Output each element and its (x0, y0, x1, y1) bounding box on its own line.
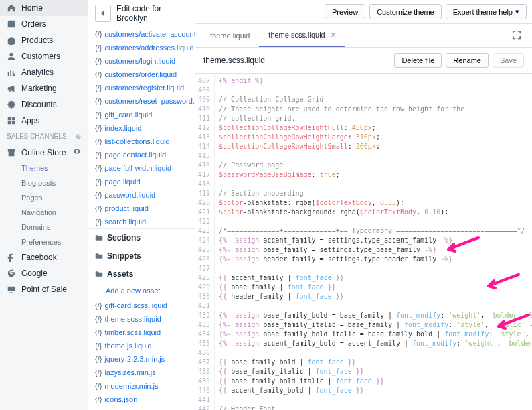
nav-label: Google (21, 269, 48, 278)
nav-label: Analytics (21, 68, 54, 77)
preview-button[interactable]: Preview (325, 4, 365, 19)
home-icon (7, 3, 16, 13)
nav-sub-preferences[interactable]: Preferences (0, 234, 88, 249)
eye-icon[interactable] (73, 147, 81, 157)
file-tree-panel: Edit code for Brooklyn {/} customers/act… (88, 0, 195, 410)
nav-apps[interactable]: Apps (0, 113, 88, 129)
folder-icon (95, 270, 103, 278)
file-item[interactable]: {/} gift-card.scss.liquid (88, 299, 195, 312)
google-icon (7, 269, 16, 278)
pos-icon (7, 285, 16, 294)
file-item[interactable]: {/} ico-select.svg.liquid (88, 406, 195, 410)
nav-marketing[interactable]: Marketing (0, 80, 88, 96)
folder-icon (95, 234, 103, 242)
file-item[interactable]: {/} timber.scss.liquid (88, 326, 195, 339)
nav-products[interactable]: Products (0, 32, 88, 48)
tab-theme-scss[interactable]: theme.scss.liquid × (259, 24, 345, 47)
nav-label: Home (21, 3, 43, 13)
file-item[interactable]: {/} lazysizes.min.js (88, 366, 195, 379)
rename-button[interactable]: Rename (446, 53, 489, 68)
file-item[interactable]: {/} theme.js.liquid (88, 339, 195, 352)
file-item[interactable]: {/} password.liquid (88, 188, 195, 202)
current-filename: theme.scss.liquid (203, 56, 265, 65)
file-item[interactable]: {/} jquery-2.2.3.min.js (88, 352, 195, 366)
sections-folder[interactable]: Sections (88, 228, 195, 247)
line-gutter: 407 408 409 410 411 412 413 414 415 416 … (195, 74, 215, 410)
snippets-folder[interactable]: Snippets (88, 247, 195, 265)
file-item[interactable]: {/} list-collections.liquid (88, 135, 195, 148)
file-item[interactable]: {/} icons.json (88, 393, 195, 406)
add-asset-link[interactable]: Add a new asset (88, 283, 195, 299)
nav-label: Apps (21, 116, 39, 125)
file-item[interactable]: {/} gift_card.liquid (88, 108, 195, 121)
nav-label: Marketing (21, 84, 57, 93)
nav-point-of-sale[interactable]: Point of Sale (0, 281, 88, 297)
products-icon (7, 36, 16, 45)
expert-help-button[interactable]: Expert theme help ▾ (446, 4, 527, 19)
edit-code-title: Edit code for Brooklyn (116, 4, 188, 23)
svg-point-0 (9, 53, 13, 56)
file-item[interactable]: {/} customers/activate_account.li (88, 27, 195, 41)
nav-discounts[interactable]: Discounts (0, 96, 88, 113)
nav-google[interactable]: Google (0, 265, 88, 281)
editor-panel: Preview Customize theme Expert theme hel… (195, 0, 532, 410)
nav-online-store[interactable]: Online Store (0, 144, 88, 161)
nav-customers[interactable]: Customers (0, 48, 88, 64)
code-editor[interactable]: 407 408 409 410 411 412 413 414 415 416 … (195, 74, 532, 410)
analytics-icon (7, 68, 16, 77)
nav-sub-pages[interactable]: Pages (0, 190, 88, 205)
assets-folder[interactable]: Assets (88, 265, 195, 283)
customers-icon (7, 52, 16, 61)
sales-channels-header: SALES CHANNELS ⊕ (0, 129, 88, 144)
nav-sub-navigation[interactable]: Navigation (0, 205, 88, 220)
orders-icon (7, 19, 16, 29)
tab-theme-liquid[interactable]: theme.liquid (201, 26, 259, 45)
file-item[interactable]: {/} index.liquid (88, 121, 195, 135)
close-tab-icon[interactable]: × (331, 29, 336, 40)
back-button[interactable] (95, 5, 111, 22)
customize-theme-button[interactable]: Customize theme (369, 4, 442, 19)
code-body[interactable]: {% endif %} // Collection Collage Grid /… (215, 74, 532, 410)
nav-sub-themes[interactable]: Themes (0, 161, 88, 176)
nav-orders[interactable]: Orders (0, 16, 88, 32)
store-icon (7, 148, 16, 157)
facebook-icon (7, 253, 16, 262)
file-item[interactable]: {/} customers/register.liquid (88, 81, 195, 94)
apps-icon (7, 116, 16, 125)
file-item[interactable]: {/} customers/reset_password.li (88, 94, 195, 108)
expand-editor-icon[interactable] (507, 25, 527, 47)
nav-facebook[interactable]: Facebook (0, 249, 88, 265)
file-item[interactable]: {/} search.liquid (88, 215, 195, 228)
chevron-down-icon: ▾ (515, 7, 519, 16)
file-item[interactable]: {/} customers/addresses.liquid (88, 41, 195, 54)
file-item[interactable]: {/} customers/order.liquid (88, 68, 195, 81)
file-item[interactable]: {/} theme.scss.liquid (88, 312, 195, 326)
nav-label: Customers (21, 52, 60, 61)
nav-home[interactable]: Home (0, 0, 88, 16)
main-nav: HomeOrdersProductsCustomersAnalyticsMark… (0, 0, 88, 410)
nav-label: Online Store (21, 148, 66, 157)
folder-icon (95, 252, 103, 260)
nav-label: Discounts (21, 100, 57, 109)
nav-label: Products (21, 36, 53, 45)
nav-sub-blog-posts[interactable]: Blog posts (0, 176, 88, 190)
nav-analytics[interactable]: Analytics (0, 64, 88, 80)
marketing-icon (7, 84, 16, 93)
file-item[interactable]: {/} page.liquid (88, 175, 195, 188)
file-item[interactable]: {/} modernizr.min.js (88, 379, 195, 393)
nav-label: Point of Sale (21, 285, 67, 294)
add-channel-icon[interactable]: ⊕ (76, 133, 81, 140)
delete-file-button[interactable]: Delete file (394, 53, 442, 68)
file-item[interactable]: {/} product.liquid (88, 202, 195, 215)
nav-sub-domains[interactable]: Domains (0, 220, 88, 234)
save-button: Save (493, 53, 524, 68)
file-item[interactable]: {/} page.contact.liquid (88, 148, 195, 161)
discounts-icon (7, 100, 16, 109)
nav-label: Orders (21, 19, 46, 29)
file-item[interactable]: {/} customers/login.liquid (88, 54, 195, 68)
nav-label: Facebook (21, 253, 57, 262)
file-item[interactable]: {/} page.full-width.liquid (88, 161, 195, 175)
